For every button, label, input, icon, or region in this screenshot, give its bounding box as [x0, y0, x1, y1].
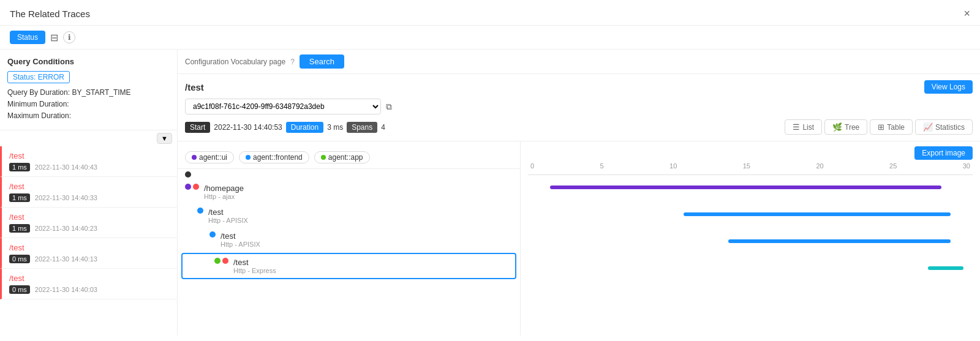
trace-item-meta: 0 ms 2022-11-30 14:40:03 — [9, 285, 170, 294]
export-image-button[interactable]: Export image — [914, 146, 973, 160]
service-dot — [246, 155, 251, 160]
scale-label: 10 — [669, 162, 677, 170]
trace-item-meta: 1 ms 2022-11-30 14:40:43 — [9, 163, 170, 171]
span-row[interactable]: /test Http - APISIX — [178, 228, 520, 252]
trace-id-row: a9c1f08f-761c-4209-9ff9-6348792a3deb ⧉ — [185, 99, 973, 114]
query-duration-line: Query By Duration: BY_START_TIME — [7, 87, 170, 99]
filter-icon: ⊟ — [50, 32, 58, 43]
config-vocab-link[interactable]: Configuration Vocabulary page — [185, 58, 285, 66]
info-icon-button[interactable]: ℹ — [63, 31, 75, 43]
trace-item-meta: 1 ms 2022-11-30 14:40:23 — [9, 224, 170, 233]
timeline-bar-row — [528, 207, 973, 222]
timeline-bars-area — [528, 174, 973, 297]
trace-detail-title-row: /test View Logs — [185, 80, 973, 94]
span-name: /test — [233, 258, 276, 267]
span-info: /homepage Http - ajax — [204, 184, 244, 200]
timeline-ruler — [528, 174, 973, 175]
span-row[interactable]: /test Http - APISIX — [178, 204, 520, 228]
close-button[interactable]: × — [963, 7, 970, 20]
trace-id-select[interactable]: a9c1f08f-761c-4209-9ff9-6348792a3deb — [185, 99, 381, 114]
service-filter-agent-app[interactable]: agent::app — [314, 151, 370, 163]
trace-item-name: /test — [9, 274, 170, 283]
span-row[interactable]: /test Http - Express — [181, 253, 516, 279]
tab-table[interactable]: ⊞Table — [870, 119, 913, 135]
span-tree: agent::uiagent::frontendagent::app /home… — [178, 141, 521, 335]
modal-title: The Related Traces — [10, 9, 90, 19]
span-dots — [185, 184, 199, 190]
trace-item-time: 2022-11-30 14:40:33 — [35, 194, 97, 201]
start-badge-label: Start — [185, 122, 210, 133]
start-value: 2022-11-30 14:40:53 — [214, 123, 282, 132]
timeline-scale: 051015202530 — [528, 162, 973, 170]
trace-item-duration: 0 ms — [9, 255, 30, 263]
span-sub: Http - Express — [233, 267, 276, 274]
span-info: /test Http - Express — [233, 258, 276, 274]
root-dot — [185, 171, 191, 178]
content-area: Configuration Vocabulary page ? Search /… — [178, 50, 980, 335]
sidebar: Query Conditions Status: ERROR Query By … — [0, 50, 178, 335]
view-tabs: ☰List🌿Tree⊞Table📈Statistics — [785, 119, 973, 135]
tab-label: Tree — [845, 123, 859, 132]
timeline-bar — [928, 266, 963, 270]
trace-list: /test 1 ms 2022-11-30 14:40:43 /test 1 m… — [0, 146, 177, 299]
service-name: agent::app — [328, 153, 363, 162]
service-filter-agent-ui[interactable]: agent::ui — [185, 151, 234, 163]
help-icon: ? — [290, 58, 295, 66]
timeline-bar — [684, 212, 951, 216]
trace-item-time: 2022-11-30 14:40:03 — [35, 286, 97, 293]
trace-item-meta: 0 ms 2022-11-30 14:40:13 — [9, 255, 170, 263]
view-logs-button[interactable]: View Logs — [924, 80, 973, 94]
modal-header: The Related Traces × — [0, 0, 980, 26]
trace-list-item[interactable]: /test 1 ms 2022-11-30 14:40:23 — [0, 208, 177, 238]
tab-tree[interactable]: 🌿Tree — [824, 119, 867, 135]
trace-item-time: 2022-11-30 14:40:43 — [35, 163, 97, 171]
span-info: /test Http - APISIX — [208, 208, 248, 224]
info-icon: ℹ — [63, 31, 75, 43]
trace-list-item[interactable]: /test 1 ms 2022-11-30 14:40:33 — [0, 177, 177, 208]
dropdown-arrow-button[interactable]: ▼ — [157, 133, 172, 144]
timeline-bar-row — [528, 261, 973, 275]
span-dots — [197, 208, 203, 214]
trace-item-time: 2022-11-30 14:40:23 — [35, 225, 97, 232]
timeline-bar-row — [528, 180, 973, 195]
search-button[interactable]: Search — [300, 54, 344, 69]
status-button[interactable]: Status — [10, 31, 45, 44]
search-bar: Configuration Vocabulary page ? Search — [178, 50, 980, 74]
tab-statistics[interactable]: 📈Statistics — [915, 119, 973, 135]
span-row[interactable]: /homepage Http - ajax — [178, 180, 520, 204]
filter-icon-button[interactable]: ⊟ — [50, 32, 58, 43]
trace-item-time: 2022-11-30 14:40:13 — [35, 255, 97, 263]
scale-label: 30 — [963, 162, 970, 170]
span-dot-primary — [197, 208, 203, 214]
toolbar: Status ⊟ ℹ — [0, 26, 980, 50]
main-layout: Query Conditions Status: ERROR Query By … — [0, 50, 980, 335]
trace-item-duration: 0 ms — [9, 285, 30, 294]
scale-label: 25 — [889, 162, 897, 170]
timeline-bar — [550, 185, 941, 189]
timeline-bar — [728, 239, 951, 243]
span-sub: Http - ajax — [204, 193, 244, 200]
span-name: /test — [208, 208, 248, 217]
span-dot-primary — [214, 258, 221, 264]
trace-list-item[interactable]: /test 0 ms 2022-11-30 14:40:03 — [0, 269, 177, 299]
scale-label: 15 — [743, 162, 750, 170]
trace-list-item[interactable]: /test 1 ms 2022-11-30 14:40:43 — [0, 146, 177, 177]
scale-label: 20 — [816, 162, 823, 170]
statistics-icon: 📈 — [923, 122, 933, 132]
span-dot-error — [222, 258, 228, 264]
spans-badge-label: Spans — [347, 122, 377, 133]
service-filters: agent::uiagent::frontendagent::app — [178, 146, 520, 169]
trace-list-item[interactable]: /test 0 ms 2022-11-30 14:40:13 — [0, 238, 177, 269]
query-conditions-title: Query Conditions — [7, 57, 170, 66]
service-name: agent::ui — [199, 153, 227, 162]
service-name: agent::frontend — [253, 153, 303, 162]
scale-label: 0 — [530, 162, 534, 170]
sidebar-dropdown: ▼ — [0, 130, 177, 146]
copy-icon[interactable]: ⧉ — [386, 102, 392, 112]
tab-list[interactable]: ☰List — [785, 119, 822, 135]
service-filter-agent-frontend[interactable]: agent::frontend — [239, 151, 309, 163]
service-dot — [321, 155, 326, 160]
span-rows: /homepage Http - ajax /test Http - APISI… — [178, 171, 520, 279]
trace-item-duration: 1 ms — [9, 224, 30, 233]
tree-icon: 🌿 — [832, 122, 842, 132]
